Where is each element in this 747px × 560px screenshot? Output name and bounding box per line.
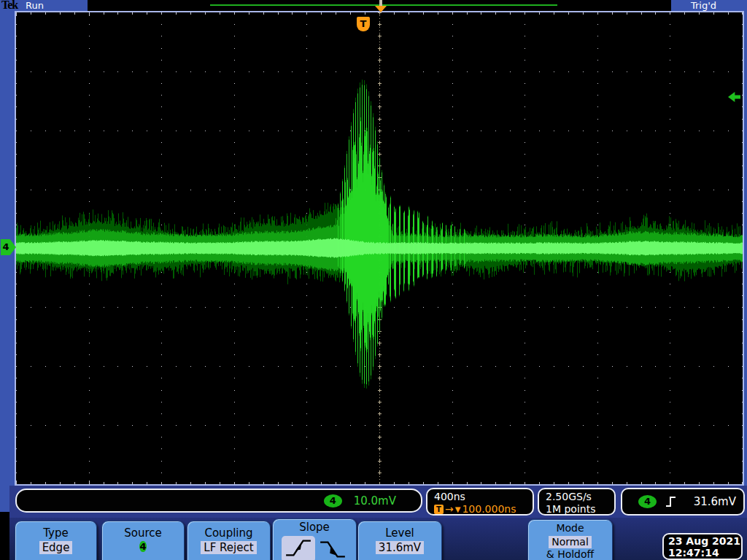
acquisition-preview-strip: [88, 0, 671, 11]
time-value: 12:47:14: [668, 547, 741, 559]
menu-label: Coupling: [187, 526, 270, 540]
channel-4-badge-icon: 4: [324, 494, 342, 508]
left-corner-black: [0, 512, 9, 560]
triangle-down-icon: ▼: [455, 503, 461, 516]
menu-label: Type: [15, 526, 96, 540]
channel-scale-value: 10.0mV: [354, 494, 396, 508]
trigger-t-icon: T: [434, 505, 444, 514]
left-corner-blue: [0, 486, 9, 512]
bottom-menu: Type Edge Source 4 Coupling LF Reject Sl…: [0, 518, 747, 560]
tek-logo: Tek: [1, 0, 18, 12]
rising-slope-selected[interactable]: [282, 536, 315, 560]
datetime-display: 23 Aug 2021 12:47:14: [662, 533, 743, 560]
oscilloscope-screen: Tek Run Trig'd T 4 4 10.0mV 400ns T→▼100…: [0, 0, 747, 560]
channel-4-ground-marker[interactable]: 4: [1, 239, 16, 255]
trigger-delay-value: 100.000ns: [462, 503, 516, 516]
waveform-canvas: [16, 12, 743, 484]
menu-value-2: & Holdoff: [528, 548, 612, 560]
trigger-t-badge-icon[interactable]: T: [357, 17, 370, 31]
display-area: T 4: [0, 11, 747, 486]
menu-label: Slope: [273, 521, 356, 534]
acquisition-state: Run: [26, 0, 44, 11]
menu-button-type[interactable]: Type Edge: [15, 521, 97, 560]
trigger-status: Trig'd: [691, 0, 716, 11]
menu-button-source[interactable]: Source 4: [101, 521, 185, 560]
trigger-delay-readout: T→▼100.000ns: [434, 503, 533, 516]
date-value: 23 Aug 2021: [668, 535, 741, 547]
horizontal-readout: 400ns T→▼100.000ns: [426, 488, 534, 516]
menu-value: LF Reject: [201, 541, 256, 554]
falling-slope-icon[interactable]: [318, 538, 347, 560]
trigger-position-arrow-icon[interactable]: [375, 6, 387, 12]
menu-label: Mode: [528, 522, 612, 534]
menu-value: Edge: [39, 541, 73, 554]
menu-value: 31.6mV: [376, 541, 424, 554]
menu-button-slope[interactable]: Slope: [272, 518, 357, 560]
record-length-value: 1M points: [546, 503, 614, 516]
menu-button-mode[interactable]: Mode Normal & Holdoff: [527, 519, 613, 560]
horizontal-scale-value: 400ns: [434, 491, 533, 503]
channel-scale-readout: 4 10.0mV: [15, 489, 422, 513]
acquisition-readout: 2.50GS/s 1M points: [538, 488, 616, 516]
slope-icons: [273, 536, 356, 560]
rising-edge-icon: [665, 495, 678, 508]
trigger-level-value: 31.6mV: [694, 495, 736, 508]
menu-button-coupling[interactable]: Coupling LF Reject: [187, 521, 271, 560]
graticule: T: [15, 11, 744, 486]
top-status-bar: Tek Run Trig'd: [0, 0, 747, 11]
menu-value: Normal: [549, 536, 592, 548]
trigger-source-badge-icon: 4: [638, 495, 657, 508]
source-channel-badge-icon: 4: [139, 541, 146, 552]
arrow-right-icon: →: [445, 503, 454, 516]
sample-rate-value: 2.50GS/s: [546, 491, 614, 503]
menu-label: Level: [358, 526, 441, 540]
rising-slope-icon: [284, 537, 313, 559]
menu-label: Source: [102, 526, 184, 540]
trigger-readout: 4 31.6mV: [621, 488, 745, 516]
menu-button-level[interactable]: Level 31.6mV: [357, 521, 442, 560]
status-readout-strip: 4 10.0mV 400ns T→▼100.000ns 2.50GS/s 1M …: [0, 486, 747, 518]
